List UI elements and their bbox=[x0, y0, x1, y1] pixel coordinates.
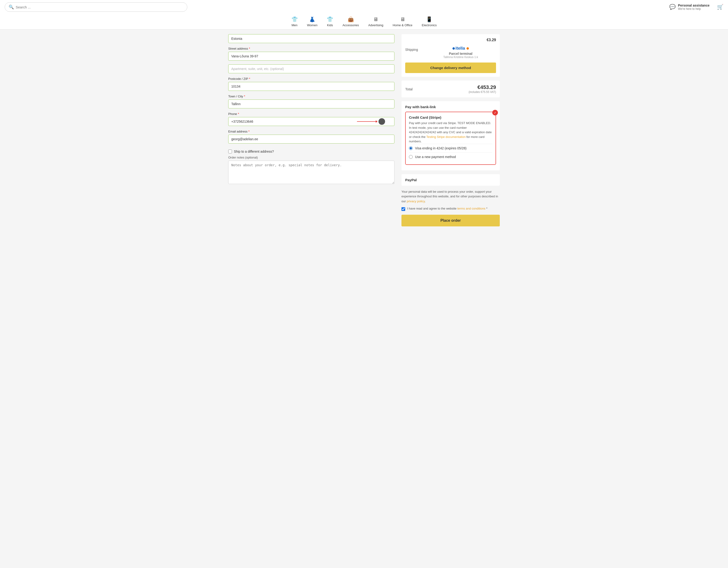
phone-label: Phone * bbox=[228, 112, 394, 116]
nav-advertising-label: Advertising bbox=[368, 23, 383, 27]
email-label: Email address * bbox=[228, 130, 394, 133]
nav-women[interactable]: 👗 Women bbox=[307, 16, 318, 29]
cart-icon[interactable]: 🛒 bbox=[717, 4, 723, 10]
postcode-input[interactable] bbox=[228, 82, 394, 91]
apartment-input[interactable] bbox=[228, 64, 394, 73]
chat-icon: 💬 bbox=[669, 4, 676, 10]
terms-checkbox[interactable] bbox=[401, 207, 405, 211]
payment-section: Pay with bank-link ✓ Credit Card (Stripe… bbox=[401, 101, 500, 170]
shipping-info: itella Parcel terminal Tallinna Kristiin… bbox=[425, 46, 496, 59]
city-input[interactable] bbox=[228, 100, 394, 108]
personal-assistance-sub: We're here to help bbox=[678, 7, 710, 11]
stripe-link[interactable]: Testing Stripe documentation bbox=[426, 135, 466, 139]
checkout-form: Street address * Postcode / ZIP * Town /… bbox=[228, 34, 401, 226]
ship-different-row[interactable]: Ship to a different address? bbox=[228, 147, 394, 156]
total-vat: (includes €75.55 VAT) bbox=[469, 90, 496, 94]
parcel-location: Tallinna Kristiine Keskus 1.k bbox=[443, 55, 478, 59]
shipping-label: Shipping bbox=[405, 48, 422, 52]
street-address-group: Street address * bbox=[228, 47, 394, 61]
order-summary: €3.29 Shipping itella Parcel terminal Ta… bbox=[401, 34, 500, 226]
credit-card-box[interactable]: ✓ Credit Card (Stripe) Pay with your cre… bbox=[405, 112, 496, 165]
street-address-label: Street address * bbox=[228, 47, 394, 50]
order-notes-group: Order notes (optional) bbox=[228, 156, 394, 185]
nav-men-label: Men bbox=[291, 23, 297, 27]
new-payment-radio[interactable] bbox=[409, 155, 413, 159]
street-address-input[interactable] bbox=[228, 52, 394, 61]
personal-assistance-title: Personal assistance bbox=[678, 4, 710, 7]
search-input[interactable] bbox=[16, 5, 183, 9]
itella-dot-blue bbox=[452, 47, 455, 50]
paypal-section[interactable]: PayPal bbox=[401, 174, 500, 186]
navigation: 👕 Men 👗 Women 👕 Kids 👜 Accessories 🖥 Adv… bbox=[0, 14, 728, 29]
electronics-icon: 📱 bbox=[426, 16, 432, 22]
total-row: Total €453.29 (includes €75.55 VAT) bbox=[405, 84, 496, 94]
change-delivery-button[interactable]: Change delivery method bbox=[405, 63, 496, 73]
credit-card-checkmark: ✓ bbox=[492, 110, 498, 115]
nav-kids-label: Kids bbox=[327, 23, 333, 27]
accessories-icon: 👜 bbox=[348, 16, 354, 22]
terms-row[interactable]: I have read and agree to the website ter… bbox=[401, 207, 500, 211]
nav-accessories-label: Accessories bbox=[342, 23, 359, 27]
city-group: Town / City * bbox=[228, 95, 394, 108]
search-icon: 🔍 bbox=[9, 4, 14, 10]
apartment-group bbox=[228, 64, 394, 73]
country-group bbox=[228, 34, 394, 43]
total-amount: €453.29 (includes €75.55 VAT) bbox=[469, 84, 496, 94]
kids-icon: 👕 bbox=[327, 16, 333, 22]
new-payment-label: Use a new payment method bbox=[415, 155, 456, 159]
arrow-line bbox=[357, 121, 376, 122]
credit-card-desc: Pay with your credit card via Stripe. TE… bbox=[409, 121, 492, 144]
women-icon: 👗 bbox=[309, 16, 315, 22]
paypal-label: PayPal bbox=[405, 178, 417, 182]
shipping-price: €3.29 bbox=[405, 38, 496, 42]
header-top: 🔍 💬 Personal assistance We're here to he… bbox=[0, 0, 728, 14]
postcode-label: Postcode / ZIP * bbox=[228, 77, 394, 81]
order-notes-textarea[interactable] bbox=[228, 161, 394, 184]
nav-men[interactable]: 👕 Men bbox=[291, 16, 298, 29]
nav-home-office-label: Home & Office bbox=[393, 23, 412, 27]
arrow-head bbox=[376, 120, 378, 123]
header: 🔍 💬 Personal assistance We're here to he… bbox=[0, 0, 728, 30]
country-input[interactable] bbox=[228, 34, 394, 43]
visa-option[interactable]: Visa ending in 4242 (expires 05/28) bbox=[409, 144, 492, 152]
personal-assistance-text: Personal assistance We're here to help bbox=[678, 4, 710, 11]
total-card: Total €453.29 (includes €75.55 VAT) bbox=[401, 81, 500, 97]
nav-advertising[interactable]: 🖥 Advertising bbox=[368, 16, 383, 29]
city-label: Town / City * bbox=[228, 95, 394, 98]
nav-kids[interactable]: 👕 Kids bbox=[327, 16, 333, 29]
home-office-icon: 🖥 bbox=[400, 16, 405, 22]
bank-link-title: Pay with bank-link bbox=[405, 105, 496, 109]
nav-accessories[interactable]: 👜 Accessories bbox=[342, 16, 359, 29]
personal-data-note: Your personal data will be used to proce… bbox=[401, 189, 500, 204]
ship-different-checkbox[interactable] bbox=[228, 150, 232, 153]
credit-card-title: Credit Card (Stripe) bbox=[409, 115, 492, 119]
shipping-row: Shipping itella Parcel terminal Tallinna… bbox=[405, 46, 496, 59]
postcode-group: Postcode / ZIP * bbox=[228, 77, 394, 91]
phone-arrow bbox=[357, 118, 385, 125]
ship-different-label: Ship to a different address? bbox=[234, 150, 274, 153]
shipping-card: €3.29 Shipping itella Parcel terminal Ta… bbox=[401, 34, 500, 77]
visa-radio[interactable] bbox=[409, 146, 413, 150]
itella-logo: itella bbox=[452, 46, 469, 51]
privacy-link[interactable]: privacy policy bbox=[407, 199, 425, 203]
total-label: Total bbox=[405, 87, 413, 91]
advertising-icon: 🖥 bbox=[373, 16, 378, 22]
terms-link[interactable]: terms and conditions bbox=[457, 207, 485, 210]
total-main-amount: €453.29 bbox=[469, 84, 496, 90]
parcel-terminal-label: Parcel terminal bbox=[449, 52, 472, 55]
nav-electronics[interactable]: 📱 Electronics bbox=[422, 16, 437, 29]
new-payment-option[interactable]: Use a new payment method bbox=[409, 152, 492, 161]
order-notes-label: Order notes (optional) bbox=[228, 156, 394, 159]
itella-dot-orange bbox=[467, 47, 469, 50]
place-order-button[interactable]: Place order bbox=[401, 215, 500, 226]
nav-women-label: Women bbox=[307, 23, 318, 27]
nav-home-office[interactable]: 🖥 Home & Office bbox=[393, 16, 412, 29]
nav-electronics-label: Electronics bbox=[422, 23, 437, 27]
arrow-dot bbox=[379, 118, 385, 125]
email-input[interactable] bbox=[228, 135, 394, 144]
main-content: Street address * Postcode / ZIP * Town /… bbox=[224, 30, 504, 231]
required-star: * bbox=[249, 47, 250, 50]
email-group: Email address * bbox=[228, 130, 394, 144]
visa-label: Visa ending in 4242 (expires 05/28) bbox=[415, 146, 467, 150]
search-bar[interactable]: 🔍 bbox=[5, 2, 187, 12]
